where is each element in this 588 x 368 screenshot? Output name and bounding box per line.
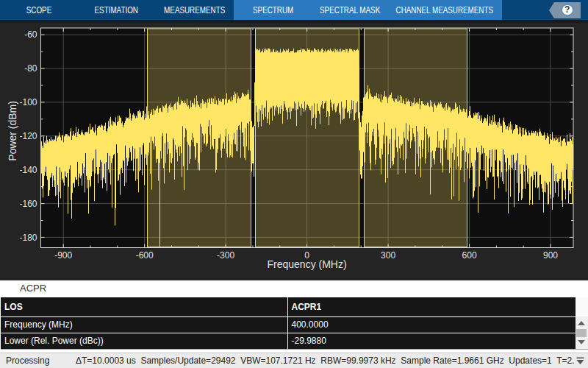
svg-text:-300: -300 <box>217 250 234 261</box>
svg-text:Frequency (MHz): Frequency (MHz) <box>268 258 347 270</box>
svg-text:-160: -160 <box>19 199 37 209</box>
svg-text:-120: -120 <box>19 131 37 141</box>
svg-text:-80: -80 <box>24 63 37 74</box>
svg-text:600: 600 <box>462 250 477 261</box>
svg-text:-900: -900 <box>54 250 72 261</box>
svg-text:-180: -180 <box>19 233 37 243</box>
svg-text:-140: -140 <box>19 165 37 175</box>
svg-text:300: 300 <box>381 250 395 261</box>
svg-text:-60: -60 <box>24 29 37 40</box>
svg-text:Power (dBm): Power (dBm) <box>7 101 18 161</box>
svg-text:900: 900 <box>543 250 558 261</box>
svg-text:-100: -100 <box>19 97 37 107</box>
svg-text:-600: -600 <box>136 250 154 261</box>
